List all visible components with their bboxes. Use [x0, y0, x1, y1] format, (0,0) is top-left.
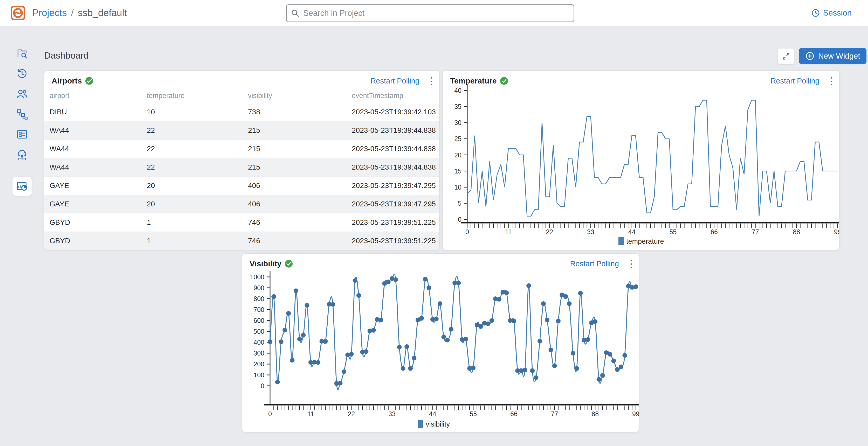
restart-polling-link[interactable]: Restart Polling — [370, 77, 420, 85]
svg-text:5: 5 — [458, 200, 462, 207]
search-icon — [291, 9, 300, 18]
svg-text:800: 800 — [253, 295, 265, 302]
svg-text:88: 88 — [793, 228, 800, 235]
sidebar-item-users[interactable] — [13, 87, 31, 101]
svg-text:35: 35 — [454, 103, 462, 110]
table-cell: 406 — [248, 200, 352, 208]
svg-text:300: 300 — [253, 350, 265, 357]
widget-temperature: Temperature Restart Polling ⋮ 0510152025… — [442, 70, 839, 250]
svg-text:40: 40 — [454, 87, 462, 94]
cloud-network-icon — [16, 148, 29, 161]
svg-text:55: 55 — [469, 410, 477, 417]
widget-airports-header: Airports Restart Polling ⋮ — [52, 75, 433, 87]
widget-visibility: Visibility Restart Polling ⋮ 01002003004… — [242, 253, 639, 432]
project-search — [286, 4, 574, 22]
table-cell: GBYD — [50, 237, 147, 245]
svg-text:15: 15 — [454, 167, 462, 175]
users-icon — [16, 87, 29, 100]
column-header: visibility — [248, 92, 352, 100]
page-title: Dashboard — [44, 50, 89, 61]
sidebar-item-job-history[interactable] — [13, 67, 31, 81]
table-cell: 20 — [147, 200, 248, 208]
svg-text:20: 20 — [454, 152, 462, 159]
table-cell: 2023-05-23T19:39:42.103 — [352, 108, 439, 116]
breadcrumb-current: ssb_default — [78, 7, 127, 19]
search-input[interactable] — [300, 8, 574, 18]
table-cell: 215 — [248, 126, 352, 135]
sidebar-item-project-explorer[interactable] — [13, 47, 31, 60]
sidebar-item-dashboard[interactable] — [12, 177, 32, 196]
table-cell: 22 — [147, 126, 248, 135]
session-label: Session — [823, 8, 851, 18]
table-cell: 215 — [248, 163, 352, 171]
status-ok-icon — [85, 77, 93, 85]
svg-text:11: 11 — [307, 410, 314, 417]
table-cell: 20 — [147, 182, 248, 190]
panel-list-icon — [16, 128, 29, 141]
table-cell: 2023-05-23T19:39:44.838 — [352, 145, 439, 153]
table-cell: 2023-05-23T19:39:44.838 — [352, 163, 439, 171]
table-row: WA44222152023-05-23T19:39:44.838 — [44, 158, 439, 177]
table-cell: 1 — [147, 218, 248, 227]
new-widget-button[interactable]: New Widget — [799, 48, 866, 64]
svg-text:700: 700 — [253, 306, 265, 313]
table-row: GBYD17462023-05-23T19:39:51.225 — [44, 214, 439, 232]
column-header: temperature — [147, 92, 248, 100]
sidebar-item-virtual-tables[interactable] — [13, 128, 31, 141]
svg-text:visibility: visibility — [426, 420, 450, 428]
table-cell: GAYE — [50, 182, 147, 190]
app-logo-icon[interactable] — [10, 5, 25, 21]
svg-text:500: 500 — [253, 328, 265, 335]
breadcrumb-projects-link[interactable]: Projects — [32, 7, 67, 19]
svg-text:0: 0 — [458, 216, 462, 223]
sidebar-nav — [0, 26, 44, 446]
svg-text:44: 44 — [628, 228, 636, 235]
widget-menu-kebab-icon[interactable]: ⋮ — [427, 76, 433, 86]
sidebar-item-cloud-connections[interactable] — [13, 148, 31, 161]
svg-text:99: 99 — [834, 228, 839, 235]
table-cell: WA44 — [50, 145, 147, 153]
temperature-line-chart: 05101520253035400112233445566778899tempe… — [443, 71, 839, 250]
svg-text:66: 66 — [711, 228, 718, 235]
table-cell: 2023-05-23T19:39:51.225 — [352, 237, 439, 245]
new-widget-label: New Widget — [818, 52, 860, 60]
svg-text:0: 0 — [268, 410, 272, 417]
svg-text:11: 11 — [505, 228, 512, 235]
expand-dashboard-button[interactable] — [778, 48, 794, 64]
expand-icon — [782, 52, 790, 61]
sidebar-item-flow-jobs[interactable] — [13, 107, 31, 121]
svg-text:400: 400 — [253, 339, 265, 346]
svg-text:100: 100 — [253, 371, 265, 379]
table-cell: 1 — [147, 237, 248, 245]
svg-text:66: 66 — [510, 410, 518, 417]
table-cell: 2023-05-23T19:39:51.225 — [352, 218, 439, 227]
session-button[interactable]: Session — [805, 5, 858, 21]
column-header: eventTimestamp — [352, 92, 439, 100]
airports-table-body: DIBU107382023-05-23T19:39:42.103WA442221… — [44, 103, 439, 250]
breadcrumb: Projects / ssb_default — [32, 0, 127, 26]
app-root: Projects / ssb_default Session — [0, 0, 868, 446]
table-cell: 22 — [147, 145, 248, 153]
svg-text:22: 22 — [348, 410, 355, 417]
svg-text:77: 77 — [752, 228, 759, 235]
column-header: airport — [50, 92, 147, 100]
plus-circle-icon — [805, 51, 814, 61]
svg-text:25: 25 — [454, 135, 462, 142]
table-cell: 2023-05-23T19:39:47.295 — [352, 200, 439, 208]
widget-title: Airports — [52, 76, 82, 85]
table-cell: WA44 — [50, 126, 147, 135]
svg-text:33: 33 — [389, 410, 396, 417]
svg-text:0: 0 — [261, 382, 265, 389]
svg-text:1000: 1000 — [250, 273, 265, 281]
svg-text:900: 900 — [253, 284, 265, 291]
history-icon — [16, 67, 29, 80]
folder-search-icon — [16, 47, 29, 60]
table-row: GAYE204062023-05-23T19:39:47.295 — [44, 195, 439, 214]
table-cell: GBYD — [50, 218, 147, 227]
svg-text:55: 55 — [669, 228, 677, 235]
table-cell: 746 — [248, 218, 352, 227]
breadcrumb-separator: / — [71, 7, 74, 19]
table-row: WA44222152023-05-23T19:39:44.838 — [44, 140, 439, 158]
flow-hierarchy-icon — [16, 107, 29, 121]
table-cell: 22 — [147, 163, 248, 171]
